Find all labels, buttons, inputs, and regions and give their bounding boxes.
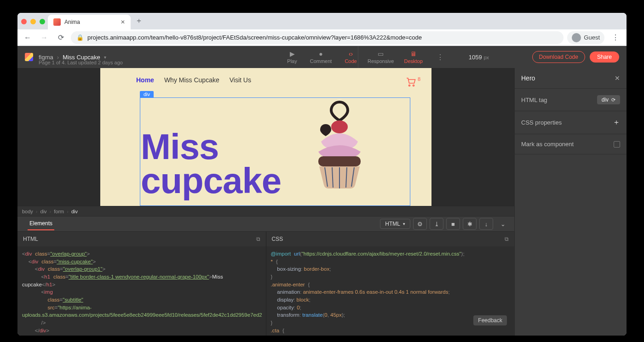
download-code-button[interactable]: Download Code (532, 51, 585, 63)
close-tab-icon[interactable]: ✕ (121, 19, 125, 25)
browser-tab[interactable]: Anima ✕ (48, 15, 131, 29)
tab-title: Anima (64, 19, 80, 25)
tab-elements[interactable]: Elements (28, 217, 54, 230)
device-more-button[interactable]: ⋮ (433, 53, 448, 62)
window-minimize-dot[interactable] (30, 19, 36, 24)
svg-point-1 (413, 85, 414, 86)
browser-menu-button[interactable]: ⋮ (608, 33, 623, 42)
device-desktop[interactable]: 🖥 Desktop (404, 50, 422, 64)
hero-title: Miss cupcake (141, 130, 281, 198)
html-tag-label: HTML tag (521, 97, 547, 103)
html-code[interactable]: <div class="overlap-group"> <div class="… (17, 246, 266, 336)
device-responsive[interactable]: ▭ Responsive (368, 50, 394, 64)
mark-component-checkbox[interactable] (614, 141, 620, 148)
cart-button[interactable]: 8 (405, 76, 420, 87)
pane-title-css: CSS (272, 236, 283, 242)
mode-comment[interactable]: ● Comment (310, 50, 332, 64)
add-css-property-button[interactable]: ＋ (613, 118, 620, 127)
html-pane: HTML ⧉ <div class="overlap-group"> <div … (17, 232, 266, 336)
language-select[interactable]: HTML▾ (380, 219, 410, 229)
svg-point-2 (331, 120, 348, 133)
canvas[interactable]: Home Why Miss Cupcake Visit Us 8 div Mis… (17, 68, 514, 206)
code-toolbar: Elements HTML▾ ⚙ ⤓ ■ ✱ ↓ ⌄ (17, 216, 514, 232)
css-properties-label: CSS properties (521, 119, 562, 126)
profile-chip[interactable]: Guest (567, 31, 604, 44)
cupcake-illustration (303, 97, 376, 189)
artboard: Home Why Miss Cupcake Visit Us 8 div Mis… (100, 68, 431, 206)
inspector-panel: Hero ✕ HTML tag div ⟳ CSS prop (514, 68, 627, 336)
new-tab-button[interactable]: ＋ (131, 13, 147, 29)
selection-tag: div (140, 91, 154, 97)
pane-title-html: HTML (23, 236, 38, 242)
refresh-icon: ⟳ (611, 97, 615, 103)
mark-component-label: Mark as component (521, 141, 574, 148)
site-nav: Home Why Miss Cupcake Visit Us (100, 68, 431, 87)
copy-html-icon[interactable]: ⧉ (256, 236, 260, 242)
mode-play[interactable]: ▶ Play (287, 50, 297, 64)
desktop-icon: 🖥 (410, 50, 417, 57)
window-zoom-dot[interactable] (40, 19, 45, 24)
dom-div1[interactable]: div (40, 209, 47, 214)
save-icon[interactable]: ⤓ (430, 218, 443, 230)
stop-icon[interactable]: ■ (446, 218, 460, 230)
dom-body[interactable]: body (22, 209, 33, 214)
address-bar[interactable]: 🔒 projects.animaapp.com/team/hello-v876s… (71, 31, 564, 44)
play-icon: ▶ (290, 50, 295, 57)
close-inspector-icon[interactable]: ✕ (615, 74, 620, 82)
nav-why[interactable]: Why Miss Cupcake (164, 76, 219, 84)
app-header: figma › Miss Cupcake ▾ Page 1 of 4. Last… (17, 46, 627, 68)
forward-button[interactable]: → (38, 31, 51, 44)
guest-label: Guest (584, 34, 600, 41)
svg-rect-3 (318, 156, 361, 166)
cart-icon (405, 76, 417, 87)
mode-code[interactable]: ‹› Code (345, 50, 356, 64)
nav-visit[interactable]: Visit Us (230, 76, 251, 84)
share-button[interactable]: Share (590, 51, 619, 63)
feedback-button[interactable]: Feedback (473, 315, 507, 325)
download-icon[interactable]: ↓ (479, 218, 493, 230)
lock-icon: 🔒 (76, 34, 84, 41)
code-icon: ‹› (349, 50, 353, 57)
nav-home[interactable]: Home (136, 76, 154, 84)
favicon-icon (53, 18, 61, 26)
chevron-down-icon: ▾ (403, 222, 405, 226)
url-text: projects.animaapp.com/team/hello-v876st8… (87, 34, 422, 41)
page-subtitle: Page 1 of 4. Last updated 2 days ago (39, 60, 123, 65)
expand-icon[interactable]: ⌄ (496, 218, 510, 230)
back-button[interactable]: ← (21, 31, 34, 44)
window-close-dot[interactable] (21, 19, 27, 24)
cart-count: 8 (418, 76, 420, 82)
copy-css-icon[interactable]: ⧉ (505, 236, 509, 242)
inspector-title: Hero (521, 74, 535, 82)
html-tag-select[interactable]: div ⟳ (597, 95, 620, 104)
avatar-icon (572, 33, 581, 42)
svg-point-0 (408, 85, 410, 86)
share-code-icon[interactable]: ✱ (463, 218, 477, 230)
dom-current[interactable]: div (71, 209, 78, 214)
anima-logo-icon (25, 53, 33, 61)
reload-button[interactable]: ⟳ (54, 31, 67, 44)
responsive-icon: ▭ (378, 50, 384, 57)
comment-icon: ● (319, 50, 322, 57)
canvas-width: 1059 px (469, 54, 489, 61)
chevron-down-icon[interactable]: ▾ (104, 55, 106, 60)
settings-icon[interactable]: ⚙ (413, 218, 427, 230)
dom-breadcrumb: body› div› form› div (17, 206, 514, 216)
dom-form[interactable]: form (54, 209, 64, 214)
